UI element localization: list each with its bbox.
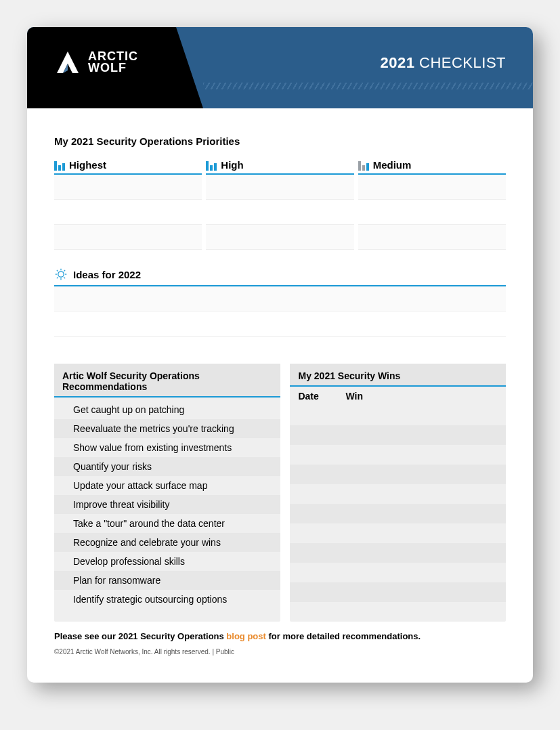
brand-text: ARCTIC WOLF bbox=[88, 51, 138, 74]
recommendation-item: Improve threat visibility bbox=[54, 495, 280, 514]
recommendation-item: Plan for ransomware bbox=[54, 571, 280, 590]
svg-line-8 bbox=[64, 270, 65, 272]
recommendation-item: Get caught up on patching bbox=[54, 400, 280, 419]
wins-row[interactable] bbox=[290, 504, 506, 523]
header: ARCTIC WOLF 2021 CHECKLIST bbox=[27, 27, 533, 108]
bars-icon bbox=[358, 160, 369, 171]
priority-col-highest: Highest bbox=[54, 159, 202, 250]
header-hatch-pattern bbox=[203, 83, 533, 89]
svg-line-5 bbox=[57, 270, 58, 272]
recommendation-item: Take a "tour" around the data center bbox=[54, 514, 280, 533]
brand-line2: WOLF bbox=[88, 61, 127, 74]
svg-line-7 bbox=[57, 277, 58, 278]
priorities-title: My 2021 Security Operations Priorities bbox=[54, 135, 506, 147]
recommendations-list: Get caught up on patchingReevaluate the … bbox=[54, 398, 280, 614]
wins-row[interactable] bbox=[290, 563, 506, 582]
document-body: My 2021 Security Operations Priorities H… bbox=[27, 108, 533, 683]
wins-row[interactable] bbox=[290, 406, 506, 425]
recommendation-item: Develop professional skills bbox=[54, 552, 280, 571]
wins-col-date: Date bbox=[298, 391, 345, 402]
priorities-grid: Highest High Medium bbox=[54, 159, 506, 250]
bars-icon bbox=[54, 160, 65, 171]
recommendations-panel: Artic Wolf Security Operations Recommend… bbox=[54, 364, 280, 622]
footer-pre: Please see our 2021 Security Operations bbox=[54, 631, 226, 641]
ideas-title: Ideas for 2022 bbox=[73, 269, 141, 280]
wins-row[interactable] bbox=[290, 484, 506, 504]
priority-rows[interactable] bbox=[206, 175, 353, 250]
wins-panel: My 2021 Security Wins Date Win bbox=[290, 364, 506, 622]
priority-col-medium: Medium bbox=[358, 159, 506, 250]
arctic-wolf-icon bbox=[54, 49, 81, 76]
priority-label: Medium bbox=[373, 159, 412, 171]
recommendation-item: Recognize and celebrate your wins bbox=[54, 533, 280, 552]
wins-row[interactable] bbox=[290, 465, 506, 484]
recommendation-item: Identify strategic outsourcing options bbox=[54, 590, 280, 609]
wins-row[interactable] bbox=[290, 523, 506, 543]
wins-title: My 2021 Security Wins bbox=[290, 364, 506, 387]
recommendation-item: Update your attack surface map bbox=[54, 476, 280, 495]
wins-col-win: Win bbox=[345, 391, 363, 402]
wins-row[interactable] bbox=[290, 425, 506, 445]
lower-grid: Artic Wolf Security Operations Recommend… bbox=[54, 364, 506, 622]
recommendation-item: Show value from existing investments bbox=[54, 438, 280, 457]
priority-label: Highest bbox=[69, 159, 106, 171]
wins-row[interactable] bbox=[290, 582, 506, 602]
wins-rows[interactable] bbox=[290, 406, 506, 622]
svg-line-6 bbox=[64, 277, 65, 278]
header-year: 2021 bbox=[380, 54, 414, 71]
priority-rows[interactable] bbox=[358, 175, 506, 250]
priority-col-high: High bbox=[206, 159, 353, 250]
recommendations-title: Artic Wolf Security Operations Recommend… bbox=[54, 364, 280, 398]
footer-note: Please see our 2021 Security Operations … bbox=[54, 631, 506, 641]
header-title-rest: CHECKLIST bbox=[414, 54, 506, 71]
ideas-header: Ideas for 2022 bbox=[54, 267, 506, 286]
ideas-rows[interactable] bbox=[54, 286, 506, 337]
wins-row[interactable] bbox=[290, 543, 506, 563]
blog-post-link[interactable]: blog post bbox=[226, 631, 266, 641]
recommendation-item: Reevaluate the metrics you're tracking bbox=[54, 419, 280, 438]
wins-row[interactable] bbox=[290, 445, 506, 465]
footer-post: for more detailed recommendations. bbox=[266, 631, 421, 641]
copyright: ©2021 Arctic Wolf Networks, Inc. All rig… bbox=[54, 648, 506, 656]
recommendation-item: Quantify your risks bbox=[54, 457, 280, 476]
priority-label: High bbox=[221, 159, 243, 171]
lightbulb-icon bbox=[54, 267, 68, 281]
document-page: ARCTIC WOLF 2021 CHECKLIST My 2021 Secur… bbox=[27, 27, 533, 683]
bars-icon bbox=[206, 160, 217, 171]
wins-columns: Date Win bbox=[290, 387, 506, 406]
brand-logo: ARCTIC WOLF bbox=[54, 49, 138, 76]
wins-row[interactable] bbox=[290, 602, 506, 622]
svg-point-0 bbox=[58, 272, 64, 277]
header-title: 2021 CHECKLIST bbox=[380, 54, 506, 72]
priority-rows[interactable] bbox=[54, 175, 202, 250]
